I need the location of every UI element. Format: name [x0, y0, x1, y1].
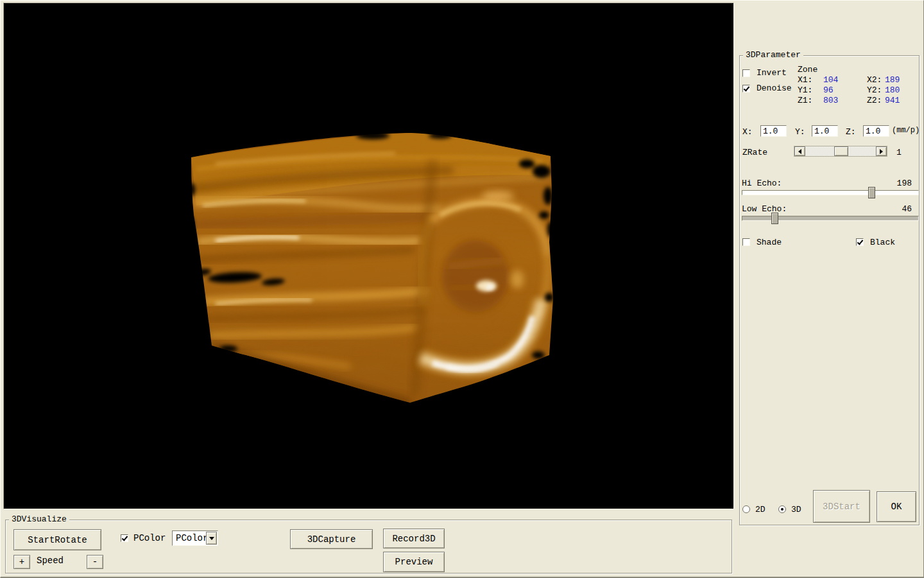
z-scale-label: Z: [846, 127, 856, 137]
zone-y2-label: Y2: [867, 85, 882, 95]
hi-echo-slider-thumb[interactable] [868, 187, 875, 198]
pcolor-dropdown-value: PColor [176, 533, 208, 543]
zone-x2-label: X2: [867, 75, 882, 85]
zone-x1-label: X1: [798, 75, 812, 85]
volume-render [4, 3, 733, 509]
pcolor-label: PColor [133, 534, 166, 543]
mode-3d-label: 3D [791, 505, 801, 514]
start3d-button[interactable]: 3DStart [813, 490, 870, 523]
ok-button[interactable]: OK [877, 491, 916, 522]
mode-3d-radio[interactable] [778, 505, 786, 513]
zrate-label: ZRate [742, 148, 767, 157]
dropdown-arrow-icon[interactable] [206, 532, 217, 545]
hi-echo-value: 198 [887, 179, 912, 188]
render-viewport[interactable] [3, 3, 734, 509]
zone-z1-label: Z1: [798, 96, 812, 105]
pcolor-checkbox[interactable] [121, 534, 128, 542]
zone-y2-value: 180 [885, 85, 900, 95]
mode-2d-label: 2D [755, 505, 766, 514]
scale-unit-label: (mm/p) [892, 126, 920, 136]
hi-echo-label: Hi Echo: [742, 179, 782, 188]
hi-echo-slider-track[interactable] [742, 190, 919, 195]
zrate-scrollbar-thumb[interactable] [834, 146, 848, 156]
invert-label: Invert [757, 68, 787, 78]
param-group-title: 3DParameter [743, 50, 803, 60]
speed-plus-button[interactable]: + [13, 555, 30, 569]
speed-minus-button[interactable]: - [87, 555, 103, 569]
low-echo-slider-thumb[interactable] [771, 213, 778, 224]
pcolor-dropdown[interactable]: PColor [172, 530, 218, 546]
zone-z2-label: Z2: [867, 96, 882, 105]
preview-button[interactable]: Preview [383, 552, 445, 572]
zrate-right-arrow-icon[interactable] [876, 146, 887, 156]
y-scale-input[interactable] [812, 125, 838, 137]
zrate-value: 1 [896, 148, 902, 157]
zone-y1-value: 96 [823, 85, 834, 95]
zone-x1-value: 104 [823, 75, 838, 85]
shade-label: Shade [757, 238, 782, 247]
z-scale-input[interactable] [863, 125, 889, 137]
black-label: Black [870, 238, 895, 247]
start-rotate-button[interactable]: StartRotate [13, 529, 101, 550]
visualize-groupbox: 3DVisualize StartRotate + Speed - PColor… [5, 520, 732, 574]
black-checkbox[interactable] [856, 238, 864, 246]
zone-title: Zone [798, 65, 817, 74]
x-scale-input[interactable] [760, 125, 787, 137]
record-3d-button[interactable]: Record3D [383, 529, 445, 548]
low-echo-slider-track[interactable] [742, 216, 919, 221]
zone-y1-label: Y1: [798, 85, 812, 95]
shade-checkbox[interactable] [742, 238, 750, 246]
zrate-scrollbar[interactable] [794, 146, 887, 157]
zone-x2-value: 189 [885, 75, 900, 85]
x-scale-label: X: [742, 127, 753, 137]
zrate-left-arrow-icon[interactable] [794, 146, 805, 156]
low-echo-label: Low Echo: [742, 204, 787, 214]
zone-z1-value: 803 [823, 96, 838, 105]
volume-body [177, 125, 562, 414]
mode-2d-radio[interactable] [742, 505, 750, 513]
speed-label: Speed [37, 556, 64, 566]
denoise-checkbox[interactable] [742, 85, 750, 92]
y-scale-label: Y: [795, 127, 805, 137]
low-echo-value: 46 [887, 204, 912, 214]
invert-checkbox[interactable] [742, 69, 750, 77]
zone-z2-value: 941 [885, 96, 900, 105]
denoise-label: Denoise [757, 83, 792, 93]
capture-3d-button[interactable]: 3DCapture [290, 529, 373, 549]
visualize-group-title: 3DVisualize [9, 514, 69, 525]
param-groupbox: 3DParameter Invert Denoise Zone X1: 104 … [739, 55, 920, 525]
